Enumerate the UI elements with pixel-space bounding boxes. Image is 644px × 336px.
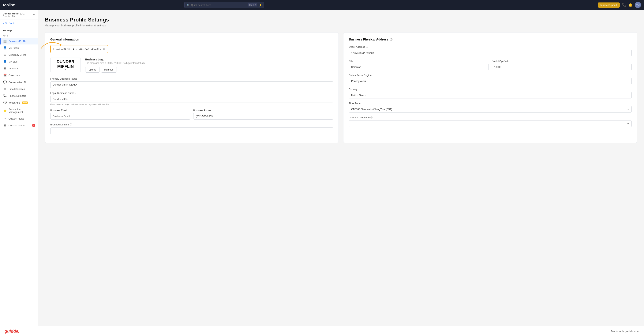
top-navigation: topline 🔍 Ctrl + K ⚡ topline Support 📞 🔔… (0, 0, 644, 10)
language-label: Platform Language ⓘ (349, 116, 632, 119)
calendars-icon: 📅 (3, 74, 7, 77)
sidebar-item-my-profile[interactable]: 👤 My Profile (0, 45, 38, 51)
sidebar-item-label: Company Billing (8, 53, 26, 56)
email-group: Business Email (50, 109, 190, 120)
guidde-logo: guidde. (4, 329, 19, 334)
street-info-icon: ⓘ (366, 45, 368, 49)
my-profile-icon: 👤 (3, 46, 7, 50)
sidebar-item-custom-values[interactable]: ⊞ Custom Values 1 (0, 122, 38, 129)
street-address-group: Street Address ⓘ (349, 45, 632, 56)
physical-address-card: Business Physical Address ⓘ Street Addre… (343, 32, 637, 143)
page-title: Business Profile Settings (45, 17, 637, 23)
city-input[interactable] (349, 64, 489, 70)
sidebar-item-conversation-ai[interactable]: 💬 Conversation AI (0, 79, 38, 86)
email-services-icon: ✉ (3, 87, 7, 91)
legal-name-label: Legal Business Name ⓘ (50, 91, 333, 95)
country-group: Country (349, 88, 632, 98)
sidebar-item-custom-fields[interactable]: ✏ Custom Fields (0, 115, 38, 122)
page-subtitle: Manage your business profile information… (45, 24, 637, 27)
street-label: Street Address ⓘ (349, 45, 632, 49)
sidebar-item-label: My Profile (8, 47, 20, 50)
phone-input[interactable] (193, 113, 333, 120)
location-id-section: Location ID ⓘ f4rkiVQsxJaZlkCmaJlw ⧉ (50, 45, 333, 53)
address-info-icon: ⓘ (390, 38, 392, 41)
upload-button[interactable]: Upload (85, 67, 100, 73)
zip-input[interactable] (492, 64, 632, 70)
email-input[interactable] (50, 113, 190, 120)
app-logo: topline (3, 3, 15, 7)
logo-info: Business Logo The proposed size is 350px… (85, 58, 333, 73)
logo-subtitle: The proposed size is 350px * 180px. No b… (85, 62, 333, 65)
search-bar[interactable]: 🔍 Ctrl + K ⚡ (184, 2, 264, 8)
legal-name-info-icon: ⓘ (75, 91, 77, 95)
guidde-tagline: Made with guidde.com (611, 329, 640, 333)
logo-actions: Upload Remove (85, 67, 333, 73)
logo-preview: DUNDER MIFFLIN ≡ (50, 58, 81, 73)
physical-address-title: Business Physical Address ⓘ (349, 38, 632, 42)
timezone-select[interactable]: GMT-05:00 America/New_York (EST) (349, 106, 632, 113)
go-back-link[interactable]: < Go Back (0, 20, 38, 27)
city-label: City (349, 60, 489, 63)
language-group: Platform Language ⓘ ▼ (349, 116, 632, 127)
search-icon: 🔍 (186, 4, 190, 7)
location-id-label: Location ID (53, 48, 66, 51)
sidebar-item-pipelines[interactable]: ⊞ Pipelines (0, 65, 38, 72)
sidebar-item-business-profile[interactable]: 🏢 Business Profile (0, 38, 38, 45)
search-input[interactable] (191, 4, 246, 7)
email-label: Business Email (50, 109, 190, 112)
copy-icon[interactable]: ⧉ (103, 48, 105, 51)
content-grid: General Information Location ID ⓘ f4rkiV… (45, 32, 637, 143)
sidebar-item-company-billing[interactable]: ⊞ Company Billing (0, 51, 38, 58)
branded-domain-group: Branded Domain ⓘ (50, 123, 333, 134)
legal-name-group: Legal Business Name ⓘ Enter the exact le… (50, 91, 333, 106)
required-asterisk: * (362, 102, 363, 105)
sidebar-item-phone-numbers[interactable]: 📞 Phone Numbers (0, 92, 38, 99)
country-input[interactable] (349, 92, 632, 98)
phone-icon[interactable]: 📞 (622, 3, 626, 7)
phone-group: Business Phone (193, 109, 333, 120)
sidebar-item-reputation[interactable]: ⭐ Reputation Management (0, 106, 38, 115)
state-input[interactable] (349, 78, 632, 84)
apps-group-label: Apps (0, 33, 38, 38)
branded-domain-input[interactable] (50, 127, 333, 134)
city-group: City (349, 60, 489, 70)
phone-numbers-icon: 📞 (3, 94, 7, 98)
zip-group: Postal/Zip Code (492, 60, 632, 70)
topnav-right-section: topline Support 📞 🔔 TU (598, 2, 641, 8)
conversation-ai-icon: 💬 (3, 80, 7, 84)
account-switcher[interactable]: Dunder Mifflin [D... Scranton, PA ▼ (0, 10, 38, 20)
language-select[interactable] (349, 120, 632, 127)
avatar[interactable]: TU (635, 2, 641, 8)
sidebar-item-label: Calendars (8, 74, 20, 77)
custom-fields-icon: ✏ (3, 117, 7, 120)
bottom-bar: guidde. Made with guidde.com (0, 326, 644, 336)
sidebar-item-label: Conversation AI (8, 81, 26, 84)
account-name: Dunder Mifflin [D... (3, 12, 25, 15)
friendly-name-input[interactable] (50, 81, 333, 88)
sidebar-item-whatsapp[interactable]: 💬 WhatsApp beta (0, 99, 38, 106)
settings-section-label: Settings (0, 27, 38, 33)
main-content: Business Profile Settings Manage your bu… (38, 10, 644, 336)
sidebar: Dunder Mifflin [D... Scranton, PA ▼ < Go… (0, 10, 38, 336)
pipelines-icon: ⊞ (3, 67, 7, 70)
country-label: Country (349, 88, 632, 91)
state-label: State / Prov / Region (349, 74, 632, 77)
sidebar-item-my-staff[interactable]: 👤 My Staff (0, 58, 38, 65)
legal-name-input[interactable] (50, 96, 333, 102)
notification-badge: 1 (32, 124, 35, 127)
sidebar-item-email-services[interactable]: ✉ Email Services (0, 86, 38, 92)
location-id-box: Location ID ⓘ f4rkiVQsxJaZlkCmaJlw ⧉ (50, 45, 108, 53)
sidebar-item-calendars[interactable]: 📅 Calendars (0, 72, 38, 79)
bell-icon[interactable]: 🔔 (628, 3, 632, 7)
street-input[interactable] (349, 50, 632, 56)
phone-label: Business Phone (193, 109, 333, 112)
support-button[interactable]: topline Support (598, 3, 620, 8)
logo-image: DUNDER MIFFLIN ≡ (56, 60, 74, 71)
email-phone-row: Business Email Business Phone (50, 109, 333, 123)
sidebar-item-label: WhatsApp (8, 101, 20, 104)
search-shortcut: Ctrl + K (248, 4, 257, 7)
city-zip-row: City Postal/Zip Code (349, 60, 632, 74)
language-select-wrapper: ▼ (349, 120, 632, 127)
remove-button[interactable]: Remove (101, 67, 116, 73)
custom-values-icon: ⊞ (3, 124, 7, 127)
